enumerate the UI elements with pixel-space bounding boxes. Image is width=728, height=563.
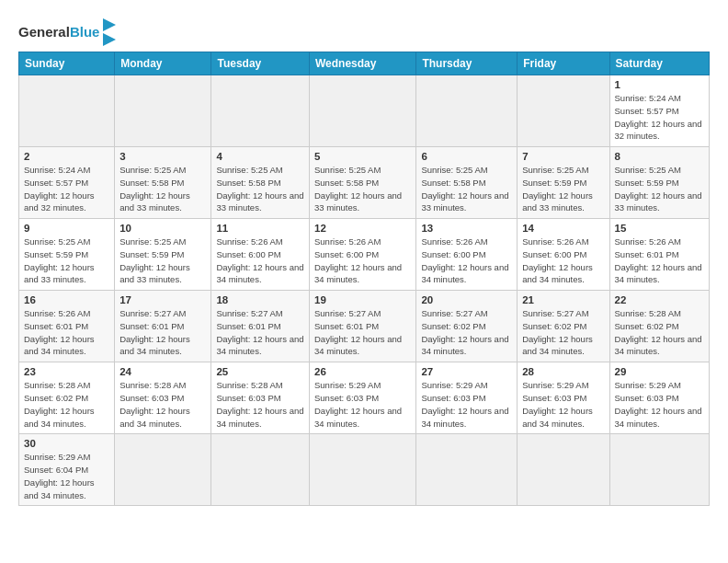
column-header-saturday: Saturday	[609, 52, 709, 75]
day-number: 6	[421, 151, 512, 162]
day-number: 8	[615, 151, 704, 162]
calendar-cell: 25Sunrise: 5:28 AMSunset: 6:03 PMDayligh…	[211, 362, 310, 434]
calendar-cell: 28Sunrise: 5:29 AMSunset: 6:03 PMDayligh…	[518, 362, 609, 434]
column-header-tuesday: Tuesday	[211, 52, 310, 75]
calendar-week-5: 23Sunrise: 5:28 AMSunset: 6:02 PMDayligh…	[19, 362, 710, 434]
day-info: Sunrise: 5:29 AMSunset: 6:03 PMDaylight:…	[522, 379, 604, 430]
day-number: 3	[119, 151, 206, 162]
day-number: 19	[314, 294, 411, 305]
day-info: Sunrise: 5:26 AMSunset: 6:00 PMDaylight:…	[216, 236, 304, 286]
day-number: 10	[119, 223, 206, 234]
calendar-cell	[518, 434, 609, 506]
day-number: 13	[421, 223, 512, 234]
day-info: Sunrise: 5:27 AMSunset: 6:01 PMDaylight:…	[119, 307, 206, 358]
day-info: Sunrise: 5:25 AMSunset: 5:58 PMDaylight:…	[314, 164, 411, 214]
day-number: 14	[522, 223, 604, 234]
calendar-cell: 23Sunrise: 5:28 AMSunset: 6:02 PMDayligh…	[19, 362, 115, 434]
day-number: 21	[522, 294, 604, 305]
day-number: 28	[522, 366, 604, 377]
column-header-thursday: Thursday	[416, 52, 518, 75]
day-number: 29	[615, 366, 704, 377]
day-info: Sunrise: 5:25 AMSunset: 5:59 PMDaylight:…	[119, 236, 206, 286]
day-info: Sunrise: 5:24 AMSunset: 5:57 PMDaylight:…	[615, 92, 704, 143]
day-number: 25	[216, 366, 304, 377]
calendar-cell: 8Sunrise: 5:25 AMSunset: 5:59 PMDaylight…	[609, 147, 709, 219]
calendar-body: 1Sunrise: 5:24 AMSunset: 5:57 PMDaylight…	[19, 75, 710, 506]
day-number: 24	[119, 366, 206, 377]
day-info: Sunrise: 5:27 AMSunset: 6:02 PMDaylight:…	[421, 307, 512, 358]
day-info: Sunrise: 5:27 AMSunset: 6:02 PMDaylight:…	[522, 307, 604, 358]
day-info: Sunrise: 5:27 AMSunset: 6:01 PMDaylight:…	[216, 307, 304, 358]
logo-text: GeneralBlue	[18, 25, 99, 40]
day-number: 2	[24, 151, 109, 162]
calendar-cell: 30Sunrise: 5:29 AMSunset: 6:04 PMDayligh…	[19, 434, 115, 506]
calendar-cell: 4Sunrise: 5:25 AMSunset: 5:58 PMDaylight…	[211, 147, 310, 219]
day-number: 17	[119, 294, 206, 305]
logo: GeneralBlue	[18, 18, 116, 46]
day-info: Sunrise: 5:26 AMSunset: 6:00 PMDaylight:…	[314, 236, 411, 286]
calendar-cell	[211, 75, 310, 147]
day-number: 11	[216, 223, 304, 234]
day-number: 16	[24, 294, 109, 305]
calendar-header: SundayMondayTuesdayWednesdayThursdayFrid…	[19, 52, 710, 75]
calendar-cell	[115, 434, 211, 506]
calendar-week-3: 9Sunrise: 5:25 AMSunset: 5:59 PMDaylight…	[19, 219, 710, 291]
day-info: Sunrise: 5:26 AMSunset: 6:00 PMDaylight:…	[522, 236, 604, 286]
column-header-wednesday: Wednesday	[309, 52, 415, 75]
day-info: Sunrise: 5:25 AMSunset: 5:59 PMDaylight:…	[522, 164, 604, 214]
calendar-cell	[309, 75, 415, 147]
calendar-cell: 24Sunrise: 5:28 AMSunset: 6:03 PMDayligh…	[115, 362, 211, 434]
day-info: Sunrise: 5:29 AMSunset: 6:04 PMDaylight:…	[24, 451, 109, 501]
day-info: Sunrise: 5:26 AMSunset: 6:00 PMDaylight:…	[421, 236, 512, 286]
calendar-cell: 15Sunrise: 5:26 AMSunset: 6:01 PMDayligh…	[609, 219, 709, 291]
day-number: 22	[615, 294, 704, 305]
calendar-week-6: 30Sunrise: 5:29 AMSunset: 6:04 PMDayligh…	[19, 434, 710, 506]
day-info: Sunrise: 5:25 AMSunset: 5:58 PMDaylight:…	[216, 164, 304, 214]
column-header-monday: Monday	[115, 52, 211, 75]
calendar-cell: 10Sunrise: 5:25 AMSunset: 5:59 PMDayligh…	[115, 219, 211, 291]
day-number: 18	[216, 294, 304, 305]
header: GeneralBlue	[18, 15, 710, 46]
day-info: Sunrise: 5:25 AMSunset: 5:59 PMDaylight:…	[615, 164, 704, 214]
day-number: 23	[24, 366, 109, 377]
calendar-cell	[416, 434, 518, 506]
column-header-sunday: Sunday	[19, 52, 115, 75]
calendar-cell: 16Sunrise: 5:26 AMSunset: 6:01 PMDayligh…	[19, 291, 115, 362]
day-number: 7	[522, 151, 604, 162]
calendar-cell: 7Sunrise: 5:25 AMSunset: 5:59 PMDaylight…	[518, 147, 609, 219]
calendar-cell: 22Sunrise: 5:28 AMSunset: 6:02 PMDayligh…	[609, 291, 709, 362]
calendar-cell	[309, 434, 415, 506]
day-info: Sunrise: 5:24 AMSunset: 5:57 PMDaylight:…	[24, 164, 109, 214]
calendar-cell: 3Sunrise: 5:25 AMSunset: 5:58 PMDaylight…	[115, 147, 211, 219]
calendar-cell: 13Sunrise: 5:26 AMSunset: 6:00 PMDayligh…	[416, 219, 518, 291]
calendar-cell: 17Sunrise: 5:27 AMSunset: 6:01 PMDayligh…	[115, 291, 211, 362]
day-info: Sunrise: 5:28 AMSunset: 6:03 PMDaylight:…	[119, 379, 206, 430]
day-info: Sunrise: 5:29 AMSunset: 6:03 PMDaylight:…	[314, 379, 411, 430]
day-info: Sunrise: 5:25 AMSunset: 5:59 PMDaylight:…	[24, 236, 109, 286]
calendar-cell: 26Sunrise: 5:29 AMSunset: 6:03 PMDayligh…	[309, 362, 415, 434]
calendar-week-1: 1Sunrise: 5:24 AMSunset: 5:57 PMDaylight…	[19, 75, 710, 147]
day-number: 5	[314, 151, 411, 162]
calendar-cell: 1Sunrise: 5:24 AMSunset: 5:57 PMDaylight…	[609, 75, 709, 147]
day-info: Sunrise: 5:25 AMSunset: 5:58 PMDaylight:…	[421, 164, 512, 214]
calendar-cell: 11Sunrise: 5:26 AMSunset: 6:00 PMDayligh…	[211, 219, 310, 291]
calendar-cell	[518, 75, 609, 147]
day-info: Sunrise: 5:27 AMSunset: 6:01 PMDaylight:…	[314, 307, 411, 358]
day-number: 15	[615, 223, 704, 234]
day-info: Sunrise: 5:29 AMSunset: 6:03 PMDaylight:…	[421, 379, 512, 430]
day-number: 12	[314, 223, 411, 234]
day-number: 30	[24, 438, 109, 449]
day-number: 4	[216, 151, 304, 162]
calendar-week-2: 2Sunrise: 5:24 AMSunset: 5:57 PMDaylight…	[19, 147, 710, 219]
calendar-table: SundayMondayTuesdayWednesdayThursdayFrid…	[18, 52, 710, 506]
calendar-cell: 6Sunrise: 5:25 AMSunset: 5:58 PMDaylight…	[416, 147, 518, 219]
day-info: Sunrise: 5:28 AMSunset: 6:03 PMDaylight:…	[216, 379, 304, 430]
calendar-cell: 18Sunrise: 5:27 AMSunset: 6:01 PMDayligh…	[211, 291, 310, 362]
calendar-week-4: 16Sunrise: 5:26 AMSunset: 6:01 PMDayligh…	[19, 291, 710, 362]
day-info: Sunrise: 5:29 AMSunset: 6:03 PMDaylight:…	[615, 379, 704, 430]
calendar-cell: 27Sunrise: 5:29 AMSunset: 6:03 PMDayligh…	[416, 362, 518, 434]
day-number: 26	[314, 366, 411, 377]
column-header-friday: Friday	[518, 52, 609, 75]
calendar-cell: 9Sunrise: 5:25 AMSunset: 5:59 PMDaylight…	[19, 219, 115, 291]
calendar-cell: 19Sunrise: 5:27 AMSunset: 6:01 PMDayligh…	[309, 291, 415, 362]
